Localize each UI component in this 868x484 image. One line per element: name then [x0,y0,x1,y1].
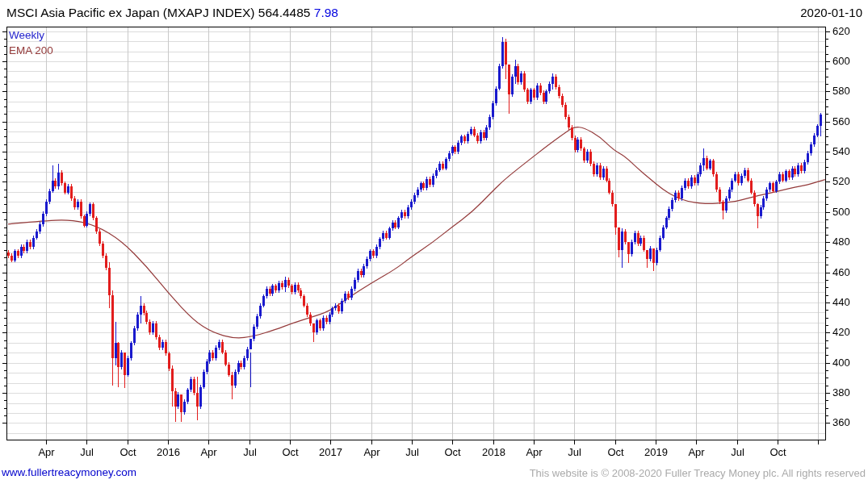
legend-ema-200: EMA 200 [9,44,53,56]
last-price: 564.4485 [258,6,311,19]
instrument-name: MSCI Asia Pacific ex Japan (MXAPJ INDEX) [6,6,255,19]
chart-date: 2020-01-10 [800,6,862,19]
chart-title: MSCI Asia Pacific ex Japan (MXAPJ INDEX)… [6,6,338,20]
copyright-text: This website is © 2008-2020 Fuller Treac… [530,467,866,479]
chart-page: MSCI Asia Pacific ex Japan (MXAPJ INDEX)… [0,0,868,484]
price-change: 7.98 [314,6,338,19]
price-chart-canvas [0,0,868,484]
legend-timeframe: Weekly [9,29,44,41]
website-link[interactable]: www.fullertreacymoney.com [2,466,136,478]
